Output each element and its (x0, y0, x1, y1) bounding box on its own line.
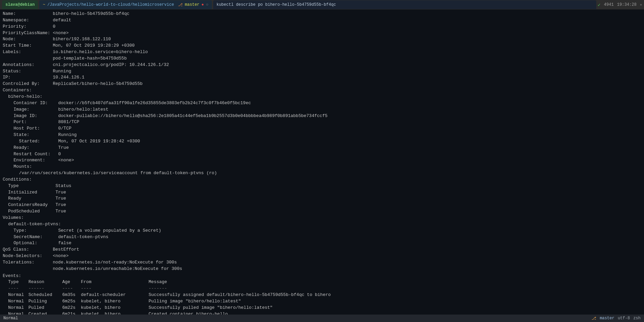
status-bar: Normal ⎇ master utf-8 zsh (0, 315, 644, 322)
line-priority: Priority:0 (3, 24, 641, 30)
line-cond-ready: ReadyTrue (3, 196, 641, 202)
line-nodeselectors: Node-Selectors:<none> (3, 253, 641, 259)
line-labels1: Labels:io.bihero.hello.service=bihero-he… (3, 49, 641, 55)
line-cond-containersready: ContainersReadyTrue (3, 202, 641, 208)
line-containers-header: Containers: (3, 87, 641, 94)
line-priorityclassname: PriorityClassName:<none> (3, 30, 641, 37)
dot-clean: ○ (206, 2, 208, 7)
tab-command[interactable]: kubectl describe po bihero-hello-5b4759d… (213, 0, 596, 9)
line-image: Image:bihero/hello:latest (3, 107, 641, 113)
line-node: Node:bihero/192.168.122.110 (3, 36, 641, 43)
branch-icon: ⎇ (592, 316, 596, 321)
line-started: Started:Mon, 07 Oct 2019 19:28:42 +0300 (3, 138, 641, 145)
git-icon: ⎇ (178, 2, 183, 7)
events-list: NormalScheduled6m35sdefault-schedulerSuc… (3, 292, 641, 315)
vim-mode-label: Normal (3, 316, 18, 321)
line-cond-initialized: InitializedTrue (3, 189, 641, 196)
line-events-dashes: ------------------------- (3, 285, 641, 292)
line-state: State:Running (3, 132, 641, 138)
tab-directory[interactable]: ~ /JavaProjects/hello-world-to-cloud/hel… (39, 0, 212, 9)
line-vol-type: Type:Secret (a volume populated by a Sec… (3, 228, 641, 234)
line-tolerations1: Tolerations:node.kubernetes.io/not-ready… (3, 259, 641, 266)
line-container-name: bihero-hello: (3, 94, 641, 100)
close-button[interactable]: ✕ (640, 3, 642, 7)
line-volume-name: default-token-ptvns: (3, 221, 641, 228)
line-ip: IP:10.244.126.1 (3, 74, 641, 81)
line-containerid: Container ID:docker://b5fcb407dfaa31ff90… (3, 100, 641, 107)
item-count: 4941 (604, 2, 614, 7)
title-bar: slava@debian ~ /JavaProjects/hello-world… (0, 0, 644, 9)
line-events-cols: TypeReasonAgeFromMessage (3, 279, 641, 285)
line-vol-secretname: SecretName:default-token-ptvns (3, 234, 641, 240)
line-name: Name:bihero-hello-5b4759d55b-bf4qc (3, 11, 641, 17)
line-volumes-header: Volumes: (3, 215, 641, 221)
git-branch-label: master (600, 316, 614, 321)
line-controlledby: Controlled By:ReplicaSet/bihero-hello-5b… (3, 81, 641, 87)
encoding-label: utf-8 (618, 316, 630, 321)
event-row: NormalPulled6m22skubelet, biheroSuccessf… (3, 305, 641, 311)
line-port: Port:8081/TCP (3, 119, 641, 125)
line-conditions-header: Conditions: (3, 177, 641, 183)
line-labels2: pod-template-hash=5b4759d55b (3, 55, 641, 62)
dir-path: /JavaProjects/hello-world-to-cloud/hello… (47, 2, 174, 7)
event-row: NormalPulling6m25skubelet, biheroPulling… (3, 298, 641, 305)
command-text: kubectl describe po bihero-hello-5b4759d… (217, 2, 336, 7)
tab-right-info: ✓ 4941 19:34:28 ✕ (598, 2, 642, 8)
line-qosclass: QoS Class:BestEffort (3, 247, 641, 253)
event-row: NormalCreated6m21skubelet, biheroCreated… (3, 311, 641, 315)
user-label: slava@debian (5, 2, 35, 7)
line-mounts-val: /var/run/secrets/kubernetes.io/serviceac… (3, 170, 641, 177)
line-vol-optional: Optional:false (3, 240, 641, 247)
line-namespace: Namespace:default (3, 17, 641, 24)
terminal-content[interactable]: Name:bihero-hello-5b4759d55b-bf4qc Names… (0, 9, 644, 315)
line-conditions-cols: TypeStatus (3, 183, 641, 189)
event-row: NormalScheduled6m35sdefault-schedulerSuc… (3, 292, 641, 298)
line-ready: Ready:True (3, 145, 641, 151)
tab-user[interactable]: slava@debian (2, 0, 38, 9)
line-imageid: Image ID:docker-pullable://bihero/hello@… (3, 113, 641, 119)
line-events-header: Events: (3, 273, 641, 279)
line-cond-podscheduled: PodScheduledTrue (3, 208, 641, 215)
time-display: 19:34:28 (617, 2, 637, 7)
line-hostport: Host Port:0/TCP (3, 125, 641, 132)
line-annotations: Annotations:cni.projectcalico.org/podIP:… (3, 62, 641, 68)
tilde-icon: ~ (43, 2, 45, 7)
check-icon: ✓ (598, 2, 600, 8)
terminal-window: slava@debian ~ /JavaProjects/hello-world… (0, 0, 644, 322)
line-starttime: Start Time:Mon, 07 Oct 2019 19:28:29 +03… (3, 43, 641, 49)
dot-changed: ● (201, 2, 204, 7)
line-restartcount: Restart Count:0 (3, 151, 641, 158)
line-environment: Environment:<none> (3, 157, 641, 164)
line-mounts: Mounts: (3, 164, 641, 170)
branch-name: master (185, 2, 199, 7)
filetype-label: zsh (633, 316, 641, 321)
line-status: Status:Running (3, 68, 641, 75)
line-tolerations2: node.kubernetes.io/unreachable:NoExecute… (3, 266, 641, 272)
